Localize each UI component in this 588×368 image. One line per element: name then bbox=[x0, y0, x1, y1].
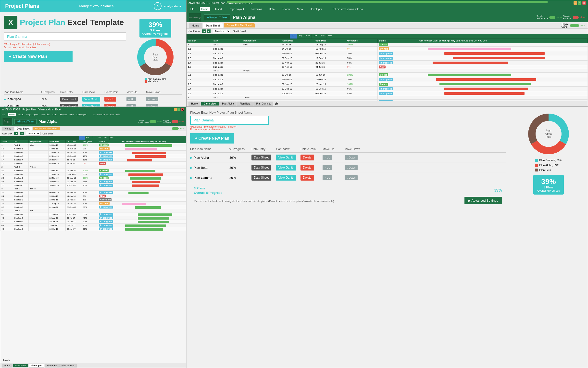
create-plan-button[interactable]: + Create New Plan bbox=[4, 51, 73, 62]
br-gamma-gantt-btn[interactable]: View Gantt. bbox=[276, 175, 296, 181]
sheet-tabs: Home Gantt View Plan Alpha Plan Beta Pla… bbox=[187, 101, 588, 106]
plan-beta-delete-btn[interactable]: Delete bbox=[104, 104, 116, 107]
plan-beta-up-btn[interactable]: ← Up bbox=[126, 104, 136, 107]
br-beta-gantt-btn[interactable]: View Gantt. bbox=[276, 165, 296, 171]
tab-data-sheet[interactable]: Data Sheet bbox=[203, 23, 223, 28]
bl-toggle1: ToggleExtra Fields Show bbox=[138, 119, 162, 124]
bl-ribbon-search: Tell me what you want to do bbox=[93, 113, 120, 116]
br-gamma-up-btn[interactable]: ↑ Up bbox=[323, 175, 332, 180]
project-title-box[interactable]: ◄Project Title► bbox=[204, 14, 230, 20]
cell-id: 1 bbox=[187, 43, 212, 47]
ribbon-formulas[interactable]: Formulas bbox=[249, 7, 263, 11]
ribbon-developer[interactable]: Developer bbox=[308, 7, 324, 11]
sheet-tab-gantt[interactable]: Gantt View bbox=[201, 102, 219, 106]
month-selector[interactable]: Month ▼ bbox=[213, 29, 230, 33]
ribbon-file[interactable]: File bbox=[188, 7, 196, 11]
ribbon-page-layout[interactable]: Page Layout bbox=[227, 7, 246, 11]
plan-name-input[interactable] bbox=[4, 32, 126, 41]
ribbon-insert[interactable]: Insert bbox=[214, 7, 224, 11]
bl-ribbon-data[interactable]: Data bbox=[52, 113, 57, 116]
br-create-plan-button[interactable]: + Create New Plan bbox=[190, 133, 234, 144]
gantt-scroll-right[interactable]: ► bbox=[207, 29, 211, 33]
br-beta-up-btn[interactable]: ↑ Up bbox=[323, 165, 332, 170]
bl-gantt-right[interactable]: ► bbox=[20, 132, 24, 135]
br-gamma-data-btn[interactable]: Data Sheet bbox=[251, 175, 271, 181]
bl-table-row: 2.1Sub task113-Oct-1516-Jun-16100%Closed bbox=[0, 169, 186, 172]
br-advanced-settings-btn[interactable]: ▶ Advanced Settings bbox=[464, 197, 502, 204]
bl-ribbon-insert[interactable]: Insert bbox=[18, 113, 24, 116]
project-plans-title: Project Plans bbox=[5, 3, 39, 9]
sheet-tab-home[interactable]: Home bbox=[188, 102, 200, 106]
br-gamma-delete-btn[interactable]: Delete bbox=[300, 175, 314, 181]
cell-start: 14-Oct-15 bbox=[280, 43, 314, 47]
ribbon-view[interactable]: View bbox=[296, 7, 305, 11]
table-row: 3Task 3James bbox=[187, 96, 588, 100]
bl-ribbon-formulas[interactable]: Formulas bbox=[41, 113, 50, 116]
ribbon-review[interactable]: Review bbox=[280, 7, 292, 11]
plan-alpha-progress: 39% bbox=[41, 97, 60, 101]
bl-minimize-btn[interactable]: — bbox=[174, 108, 177, 111]
ribbon-data[interactable]: Data bbox=[267, 7, 276, 11]
br-alpha-down-btn[interactable]: ↓ Down bbox=[345, 155, 358, 160]
toggle-extra-fields-dot[interactable] bbox=[549, 16, 555, 19]
bl-ribbon-home[interactable]: Home bbox=[8, 113, 16, 116]
minimize-button[interactable]: — bbox=[574, 1, 577, 5]
ribbon-home[interactable]: Home bbox=[200, 7, 210, 11]
br-alpha-gantt-btn[interactable]: View Gantt. bbox=[276, 155, 296, 160]
toggle-remarks-dot[interactable] bbox=[573, 16, 579, 19]
br-alpha-delete-btn[interactable]: Delete bbox=[300, 155, 314, 160]
bl-maximize-btn[interactable]: □ bbox=[177, 108, 180, 111]
bl-tab-plan-gamma[interactable]: Plan Gamma bbox=[59, 364, 77, 368]
bl-tab-home[interactable]: Home bbox=[2, 127, 14, 131]
tab-home[interactable]: Home bbox=[189, 23, 202, 28]
bl-month-select[interactable]: Month ▼ bbox=[26, 132, 40, 135]
add-sheet-btn[interactable]: ⊕ bbox=[275, 101, 278, 106]
plan-beta-gantt-btn[interactable]: View Gantt. bbox=[82, 104, 100, 107]
plan-alpha-up-btn[interactable]: ← Up bbox=[126, 97, 136, 101]
plan-alpha-down-btn[interactable]: ← Down bbox=[146, 97, 158, 101]
bl-tab-plan-alpha[interactable]: Plan Alpha bbox=[29, 364, 44, 368]
plan-beta-down-btn[interactable]: ← Down bbox=[146, 104, 158, 107]
bl-tab-data-sheet[interactable]: Data Sheet bbox=[14, 127, 32, 131]
gantt-months: Jul Aug Sep Oct Nov Dec bbox=[289, 34, 588, 39]
bl-ribbon-page-layout[interactable]: Page Layout bbox=[26, 113, 38, 116]
plan-alpha-delete-btn[interactable]: Delete bbox=[104, 97, 116, 102]
sheet-tab-plan-alpha[interactable]: Plan Alpha bbox=[219, 102, 237, 106]
col-data-entry: Date Entry bbox=[60, 91, 82, 93]
br-plan-alpha-name: ▶ Plan Alpha bbox=[190, 156, 229, 159]
br-beta-data-btn[interactable]: Data Sheet bbox=[251, 165, 271, 171]
bl-plan-name: Plan Alpha bbox=[38, 119, 57, 124]
br-alpha-data-btn[interactable]: Data Sheet bbox=[251, 155, 271, 160]
bl-gantt-toggle[interactable] bbox=[172, 127, 179, 130]
sheet-tab-plan-gamma[interactable]: Plan Gamma bbox=[253, 102, 273, 106]
bl-toggle1-dot[interactable] bbox=[150, 120, 156, 123]
bl-ribbon-view[interactable]: View bbox=[69, 113, 74, 116]
bl-ribbon-review[interactable]: Review bbox=[60, 113, 67, 116]
br-beta-delete-btn[interactable]: Delete bbox=[300, 165, 314, 171]
bl-gantt-left[interactable]: ◄ bbox=[14, 132, 18, 135]
bl-toggle2-dot[interactable] bbox=[172, 120, 178, 123]
bl-ribbon-developer[interactable]: Developer bbox=[76, 113, 87, 116]
plan-alpha-gantt-btn[interactable]: View Gantt. bbox=[82, 97, 100, 102]
br-alpha-up-btn[interactable]: ↑ Up bbox=[323, 155, 332, 160]
br-gamma-down-btn[interactable]: ↓ Down bbox=[345, 175, 358, 180]
bl-month-jul: Jul bbox=[79, 136, 85, 140]
br-beta-down-btn[interactable]: ↓ Down bbox=[345, 165, 358, 170]
bl-tab-home[interactable]: Home bbox=[2, 364, 13, 368]
br-footer-overall: Overall %Progress bbox=[194, 191, 222, 195]
plan-beta-data-sheet-btn[interactable]: Data Sheet bbox=[60, 104, 78, 107]
close-button[interactable]: ✕ bbox=[582, 1, 586, 5]
col-delete: Delete Pain bbox=[104, 91, 126, 93]
sheet-tab-plan-beta[interactable]: Plan Beta bbox=[237, 102, 253, 106]
top-left-panel: Project Plans Manger: <Your Name> a anal… bbox=[0, 0, 186, 107]
toggle-gantt-btn[interactable] bbox=[570, 24, 579, 27]
bl-ribbon-file[interactable]: File bbox=[2, 113, 5, 116]
plan-alpha-data-sheet-btn[interactable]: Data Sheet bbox=[60, 97, 78, 102]
bl-tab-gantt[interactable]: Gantt View bbox=[13, 364, 28, 368]
br-plan-name-input[interactable] bbox=[190, 116, 269, 125]
bl-project-title[interactable]: ◄Project Title► bbox=[14, 119, 37, 124]
maximize-button[interactable]: □ bbox=[578, 1, 581, 5]
bl-tab-plan-beta[interactable]: Plan Beta bbox=[45, 364, 59, 368]
bl-close-btn[interactable]: ✕ bbox=[181, 108, 184, 111]
gantt-scroll-left[interactable]: ◄ bbox=[202, 29, 206, 33]
